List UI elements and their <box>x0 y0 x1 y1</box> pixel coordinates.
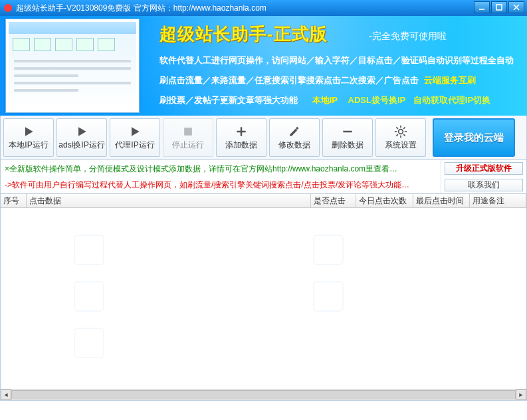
screenshot-thumbnail <box>5 19 140 113</box>
svg-marker-5 <box>78 127 86 136</box>
contact-button[interactable]: 联系我们 <box>445 179 523 191</box>
play-icon <box>128 125 142 138</box>
svg-point-12 <box>399 129 403 134</box>
toolbar-label: 代理IP运行 <box>115 140 154 151</box>
play-icon <box>74 125 89 138</box>
main-toolbar: 本地IP运行adsl换IP运行代理IP运行停止运行添加数据修改数据删除数据系统设… <box>0 116 527 160</box>
add-data-button[interactable]: 添加数据 <box>216 118 266 157</box>
horizontal-scrollbar[interactable]: ◄ ► <box>1 389 526 400</box>
svg-line-17 <box>396 127 398 129</box>
run-local-ip-button[interactable]: 本地IP运行 <box>3 118 54 157</box>
hero-banner: 超级站长助手-正式版 -完全免费可使用啦 软件代替人工进行网页操作，访问网站／输… <box>0 16 527 116</box>
column-header-last[interactable]: 最后点击时间 <box>413 194 470 207</box>
svg-line-19 <box>396 134 398 136</box>
play-icon <box>21 125 36 138</box>
settings-button[interactable]: 系统设置 <box>375 118 426 157</box>
stop-icon <box>181 125 195 138</box>
minimize-button[interactable] <box>474 1 490 13</box>
banner-line-2: 刷点击流量／来路流量／任意搜索引擎搜索点击二次搜索／广告点击 云端服务互刷 <box>159 74 519 86</box>
info-message-red: ->软件可由用户自行编写过程代替人工操作网页，如刷流量/搜索引擎关键词搜索点击/… <box>5 179 437 191</box>
column-header-note[interactable]: 用途备注 <box>470 194 526 207</box>
toolbar-label: 停止运行 <box>172 140 204 151</box>
toolbar-label: 本地IP运行 <box>9 140 48 151</box>
grid-header: 序号点击数据是否点击今日点击次数最后点击时间用途备注 <box>1 194 526 208</box>
scroll-right-icon[interactable]: ► <box>516 389 526 400</box>
column-header-seq[interactable]: 序号 <box>1 194 27 207</box>
scroll-left-icon[interactable]: ◄ <box>1 389 11 400</box>
toolbar-label: 修改数据 <box>278 140 310 151</box>
cloud-login-button[interactable]: 登录我的云端 <box>433 118 515 157</box>
upgrade-button[interactable]: 升级正式版软件 <box>445 162 523 175</box>
window-title: 超级站长助手-V20130809免费版 官方网站：http://www.haoz… <box>16 3 266 14</box>
edit-icon <box>287 125 302 138</box>
window-buttons <box>474 1 524 13</box>
message-panel: ×全新版软件操作简单，分简便模式及设计模式添加数据，详情可在官方网站http:/… <box>0 160 527 194</box>
blank-area <box>0 401 527 420</box>
toolbar-label: 删除数据 <box>332 140 364 151</box>
column-header-today[interactable]: 今日点击次数 <box>356 194 413 207</box>
banner-title: 超级站长助手-正式版 <box>159 23 328 46</box>
maximize-button[interactable] <box>491 1 507 13</box>
column-header-data[interactable]: 点击数据 <box>27 194 311 207</box>
svg-rect-10 <box>296 126 299 130</box>
svg-marker-6 <box>132 127 140 136</box>
grid-body[interactable] <box>1 208 526 389</box>
gear-icon <box>393 125 408 138</box>
close-button[interactable] <box>508 1 524 13</box>
banner-line-1: 软件代替人工进行网页操作，访问网站／输入字符／目标点击／验证码自动识别等过程全自… <box>159 54 519 66</box>
stop-button[interactable]: 停止运行 <box>163 118 213 157</box>
banner-subtitle: -完全免费可使用啦 <box>369 31 447 43</box>
plus-icon <box>234 125 249 138</box>
svg-marker-4 <box>25 127 33 136</box>
svg-line-18 <box>403 134 405 136</box>
toolbar-label: adsl换IP运行 <box>58 140 104 151</box>
minus-icon <box>340 125 355 138</box>
title-bar: 超级站长助手-V20130809免费版 官方网站：http://www.haoz… <box>0 0 527 16</box>
run-proxy-button[interactable]: 代理IP运行 <box>110 118 160 157</box>
svg-rect-1 <box>496 5 502 10</box>
toolbar-label: 系统设置 <box>385 140 417 151</box>
toolbar-label: 添加数据 <box>225 140 257 151</box>
edit-data-button[interactable]: 修改数据 <box>269 118 320 157</box>
run-adsl-button[interactable]: adsl换IP运行 <box>56 118 107 157</box>
data-grid: 序号点击数据是否点击今日点击次数最后点击时间用途备注 ◄ ► <box>0 194 527 401</box>
info-message-green: ×全新版软件操作简单，分简便模式及设计模式添加数据，详情可在官方网站http:/… <box>5 163 437 175</box>
app-icon <box>4 4 12 12</box>
svg-line-20 <box>403 127 405 129</box>
svg-rect-7 <box>184 128 192 136</box>
banner-line-3: 刷投票／发帖子更新文章等强大功能 本地IP ADSL拨号换IP 自动获取代理IP… <box>159 94 519 106</box>
delete-data-button[interactable]: 删除数据 <box>322 118 373 157</box>
column-header-clicked[interactable]: 是否点击 <box>311 194 356 207</box>
